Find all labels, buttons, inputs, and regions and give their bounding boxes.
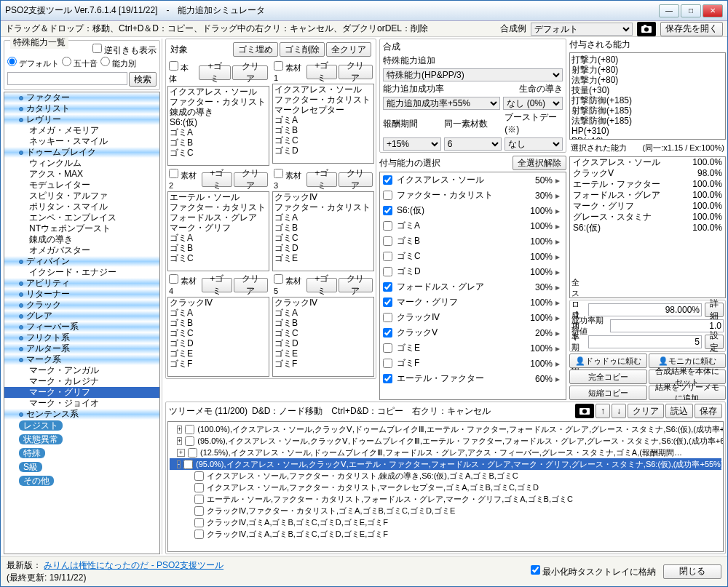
ability-row[interactable]: ゴミD100%▸ [380, 264, 566, 279]
boostday-select[interactable]: なし [505, 137, 563, 151]
tree-item[interactable]: カタリスト [4, 103, 159, 114]
memo-camera-icon[interactable] [575, 404, 594, 418]
close-button[interactable]: ✕ [703, 4, 723, 17]
ability-row[interactable]: S6:(仮)100%▸ [380, 203, 566, 218]
slot-add-button[interactable]: +ゴミ [306, 278, 337, 292]
arrow-icon[interactable]: ▸ [553, 313, 563, 323]
tree-item[interactable]: イクシード・エナジー [4, 267, 159, 278]
arrow-icon[interactable]: ▸ [553, 236, 563, 247]
memo-load-button[interactable]: 読込 [665, 404, 693, 418]
memo-tree[interactable]: +(100.0%),イクスアレス・ソール,クラックⅤ,ドゥームブレイクⅢ,エーテ… [167, 421, 724, 552]
tree-item[interactable]: フリクト系 [4, 332, 159, 343]
memo-down-button[interactable]: ↓ [612, 404, 626, 418]
tree-item[interactable]: オメガバスター [4, 245, 159, 256]
clear-all-button[interactable]: 全クリア [326, 42, 371, 57]
treeadd-button[interactable]: 結果をツリーメモに追加 [649, 386, 727, 400]
arrow-icon[interactable]: ▸ [553, 267, 563, 277]
tree-item[interactable]: マーク系 [4, 354, 159, 365]
ability-row[interactable]: クラックⅤ20%▸ [380, 325, 566, 340]
tree-item[interactable]: ファクター [4, 92, 159, 103]
slot-clear-button[interactable]: クリア [339, 278, 373, 292]
tree-item[interactable]: アルター系 [4, 343, 159, 354]
arrow-icon[interactable]: ▸ [553, 252, 563, 262]
ability-row[interactable]: クラックⅣ100%▸ [380, 310, 566, 325]
memo-line[interactable]: クラックⅣ,ゴミA,ゴミB,ゴミC,ゴミD,ゴミE,ゴミF [170, 528, 721, 540]
slot-clear-button[interactable]: クリア [339, 172, 373, 187]
memo-line[interactable]: +(12.5%),イクスアレス・ソール,ドゥームブレイクⅢ,フォードルス・グレア… [170, 447, 721, 458]
fullcopy-button[interactable]: 完全コピー [569, 370, 647, 384]
ability-tree[interactable]: ファクターカタリストレヴリーオメガ・メモリアネッキー・スマイルドゥームブレイクウ… [4, 92, 160, 554]
expand-icon[interactable]: + [177, 426, 182, 434]
arrow-icon[interactable]: ▸ [553, 343, 563, 354]
maximize-button[interactable]: □ [681, 4, 701, 17]
tree-item[interactable]: クラック [4, 300, 159, 311]
expand-icon[interactable]: + [177, 449, 185, 457]
search-button[interactable]: 検索 [129, 72, 157, 87]
ability-row[interactable]: ファクター・カタリスト30%▸ [380, 188, 566, 203]
slot-clear-button[interactable]: クリア [234, 278, 268, 292]
tree-item[interactable]: リターナー [4, 289, 159, 300]
ability-row[interactable]: ゴミB100%▸ [380, 233, 566, 249]
sort-default-radio[interactable]: デフォルト [7, 57, 59, 69]
tree-item[interactable]: エンペ・エンブレイス [4, 212, 159, 223]
memo-line[interactable]: -(95.0%),イクスアレス・ソール,クラックⅤ,エーテル・ファクター,フォー… [170, 458, 721, 470]
tree-item[interactable]: グレア [4, 311, 159, 322]
ability-row[interactable]: ゴミC100%▸ [380, 249, 566, 264]
slot-add-button[interactable]: +ゴミ [306, 172, 337, 187]
open-save-dest-button[interactable]: 保存先を開く [660, 22, 723, 36]
expand-icon[interactable]: - [177, 460, 181, 468]
sort-kana-radio[interactable]: 五十音 [62, 57, 98, 69]
sort-ability-radio[interactable]: 能力別 [100, 57, 136, 69]
memo-line[interactable]: イクスアレス・ソール,ファクター・カタリスト,マークレセプター,ゴミA,ゴミB,… [170, 482, 721, 493]
preset-select[interactable]: デフォルト [531, 23, 633, 36]
tree-item[interactable]: ディバイン [4, 256, 159, 267]
ability-grant-list[interactable]: イクスアレス・ソール50%▸ファクター・カタリスト30%▸S6:(仮)100%▸… [379, 172, 566, 400]
ability-row[interactable]: フォードルス・グレア30%▸ [380, 279, 566, 295]
tree-item[interactable]: アビリティ [4, 278, 159, 289]
arrow-icon[interactable]: ▸ [553, 221, 563, 231]
arrow-icon[interactable]: ▸ [553, 359, 563, 369]
bonus-select[interactable]: +15% [383, 137, 441, 151]
ability-row[interactable]: イクスアレス・ソール50%▸ [380, 172, 566, 188]
ability-row[interactable]: ゴミE100%▸ [380, 340, 566, 356]
slot-add-button[interactable]: +ゴミ [202, 172, 232, 187]
latest-link[interactable]: みりんは権性になったのだ - PSO2支援ツール [44, 560, 223, 570]
shortcopy-button[interactable]: 短縮コピー [569, 386, 647, 400]
tree-item[interactable]: マーク・グリフ [4, 387, 159, 398]
tree-item[interactable]: マーク・カレジナ [4, 376, 159, 387]
slot-add-button[interactable]: +ゴミ [199, 65, 231, 80]
detail-button[interactable]: 詳細 [705, 303, 724, 317]
arrow-icon[interactable]: ▸ [553, 282, 563, 292]
close-app-button[interactable]: 閉じる [663, 564, 721, 579]
slot-clear-button[interactable]: クリア [232, 65, 268, 80]
arrow-icon[interactable]: ▸ [553, 191, 563, 201]
arrow-icon[interactable]: ▸ [553, 374, 563, 384]
tree-item[interactable]: マーク・ジョイオ [4, 398, 159, 409]
minimize-button[interactable]: — [659, 4, 679, 17]
tree-item[interactable]: ネッキー・スマイル [4, 136, 159, 147]
reverse-checkbox[interactable]: 逆引きも表示 [92, 45, 157, 55]
deselect-all-button[interactable]: 全選択解除 [513, 156, 566, 170]
memo-clear-button[interactable]: クリア [628, 404, 664, 418]
life-select[interactable]: なし (0%) [503, 97, 563, 110]
slot-clear-button[interactable]: クリア [234, 172, 268, 187]
tray-checkbox[interactable]: 最小化時タスクトレイに格納 [531, 565, 656, 578]
slot-add-button[interactable]: +ゴミ [306, 65, 337, 79]
tree-item[interactable]: モデュレイター [4, 180, 159, 191]
samecount-select[interactable]: 6 [444, 137, 502, 151]
fill-garbage-button[interactable]: ゴミ埋め [233, 42, 278, 57]
memo-up-button[interactable]: ↑ [596, 404, 610, 418]
memo-line[interactable]: クラックⅣ,ファクター・カタリスト,ゴミA,ゴミB,ゴミC,ゴミD,ゴミE [170, 505, 721, 516]
search-input[interactable] [7, 72, 127, 85]
tree-item[interactable]: ポリタン・スマイル [4, 201, 159, 212]
tree-item[interactable]: NTウェポンブースト [4, 223, 159, 234]
dudu-button[interactable]: 👤 ドゥドゥに頼む [569, 354, 647, 368]
ability-row[interactable]: ゴミF100%▸ [380, 356, 566, 371]
ability-row[interactable]: エーテル・ファクター60%▸ [380, 371, 566, 386]
slot-list[interactable]: クラックⅣゴミAゴミBゴミCゴミDゴミEゴミF [167, 297, 269, 377]
tree-item[interactable]: 錬成の導き [4, 234, 159, 245]
arrow-icon[interactable]: ▸ [553, 298, 563, 308]
tree-item[interactable]: フィーバー系 [4, 322, 159, 332]
tree-item[interactable]: ドゥームブレイク [4, 147, 159, 158]
special-add-select[interactable]: 特殊能力(HP&PP/3) [383, 68, 563, 81]
